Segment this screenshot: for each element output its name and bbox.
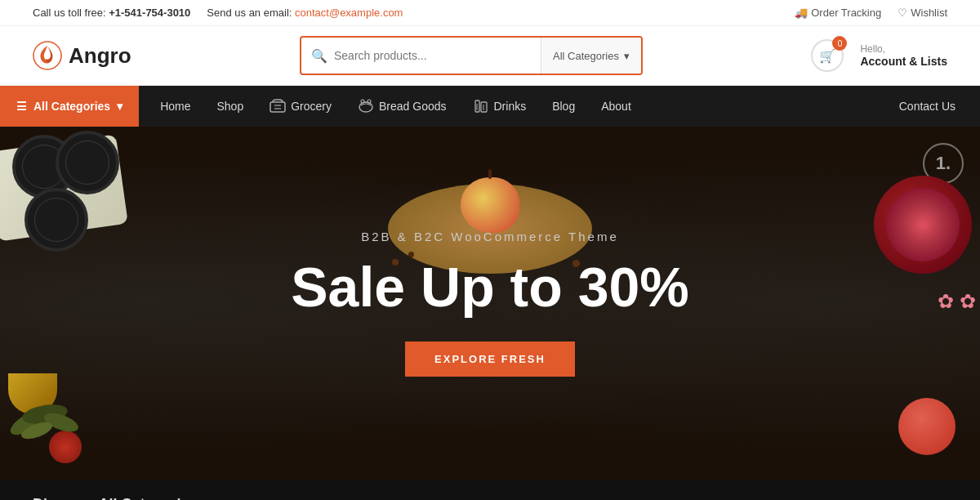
account-info: Hello, Account & Lists [860,43,947,68]
search-icon: 🔍 [311,48,327,64]
logo[interactable]: Angro [33,41,131,70]
explore-button[interactable]: EXPLORE FRESH [405,342,575,377]
nav-links: Home Shop Grocery Bread Goods [139,86,891,127]
svg-point-0 [33,42,61,69]
search-input[interactable] [334,41,531,70]
nav-right: Contact Us [891,86,980,127]
all-categories-button[interactable]: ☰ All Categories ▾ [0,86,139,127]
nav-item-grocery[interactable]: Grocery [256,86,345,127]
contact-us-link[interactable]: Contact Us [891,86,964,127]
header-right: 🛒 0 Hello, Account & Lists [811,39,947,72]
hero-left-decoration [0,127,188,480]
logo-icon [33,41,62,70]
nav-item-drinks[interactable]: Drinks [460,86,540,127]
nav-item-home[interactable]: Home [147,86,203,127]
chevron-down-icon: ▾ [117,100,122,113]
nav-item-blog[interactable]: Blog [539,86,588,127]
email-info: Send us an email: contact@example.com [207,7,403,19]
cart-icon-wrap: 🛒 0 [811,39,844,72]
nav-item-bread-goods[interactable]: Bread Goods [345,86,460,127]
email-link[interactable]: contact@example.com [295,7,403,19]
pomegranate-right [849,176,972,298]
top-bar-right: 🚚 Order Tracking ♡ Wishlist [795,7,947,19]
search-bar: 🔍 All Categories ▾ [300,36,643,75]
nav-item-shop[interactable]: Shop [204,86,257,127]
pomegranate-small [898,398,956,455]
hero-content: B2B & B2C WooCommerce Theme Sale Up to 3… [291,230,689,377]
apple [461,177,519,233]
phone-info: Call us toll free: +1-541-754-3010 [33,7,190,19]
hero-subtitle: B2B & B2C WooCommerce Theme [291,230,689,243]
main-nav: ☰ All Categories ▾ Home Shop Grocery Bre… [0,86,980,127]
cookie-2 [56,131,119,194]
svg-rect-1 [270,102,285,112]
chevron-down-icon: ▾ [624,50,630,62]
bread-goods-icon [358,99,374,114]
grocery-icon [270,99,286,114]
category-dropdown[interactable]: All Categories ▾ [541,38,641,74]
hero-right-decoration: 1. ✿ ✿ [817,127,980,480]
wishlist-link[interactable]: ♡ Wishlist [898,7,947,19]
categories-title: Discover All Categories: [33,496,947,500]
order-tracking-link[interactable]: 🚚 Order Tracking [795,7,881,19]
account-label[interactable]: Account & Lists [860,55,947,68]
svg-point-5 [361,100,364,103]
cart-button[interactable]: 🛒 0 [811,39,844,72]
top-bar-left: Call us toll free: +1-541-754-3010 Send … [33,7,403,19]
hello-text: Hello, [860,43,947,55]
menu-icon: ☰ [16,100,27,113]
search-input-wrap: 🔍 [301,41,541,70]
top-bar: Call us toll free: +1-541-754-3010 Send … [0,0,980,26]
hero-section: 1. ✿ ✿ B2B & B2C WooCommerce Theme Sale … [0,127,980,480]
heart-icon: ♡ [898,7,907,19]
header: Angro 🔍 All Categories ▾ 🛒 0 Hello, Acco… [0,26,980,86]
flowers: ✿ ✿ [938,290,976,313]
cart-icon: 🛒 [819,48,835,64]
cart-badge: 0 [832,36,847,51]
nav-item-about[interactable]: About [588,86,644,127]
svg-point-6 [368,100,371,103]
drinks-icon [473,99,489,114]
truck-icon: 🚚 [795,7,808,19]
categories-section: Discover All Categories: Fruit &Vegetabl… [0,480,980,500]
herbs [4,382,102,447]
hero-title: Sale Up to 30% [291,257,689,318]
cookie-3 [24,188,88,252]
